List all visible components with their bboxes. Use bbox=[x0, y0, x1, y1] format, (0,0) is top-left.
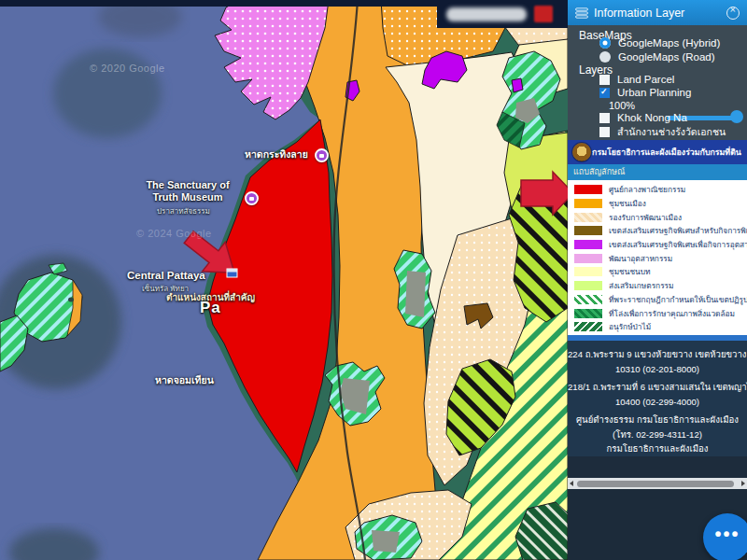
basemap-option-hybrid[interactable]: GoogleMaps (Hybrid) bbox=[599, 37, 720, 49]
legend-swatch-forest bbox=[574, 322, 602, 331]
legend-swatch-rural bbox=[574, 267, 602, 276]
legend-label: ชุมชนเมือง bbox=[609, 197, 646, 210]
legend-swatch-industrial-sez bbox=[574, 240, 602, 249]
private-survey-label: สำนักงานช่างรังวัดเอกชน bbox=[617, 124, 726, 140]
museum-poi-icon[interactable] bbox=[245, 191, 259, 205]
contact-address-2: 218/1 ถ.พระรามที่ 6 แขวงสามเสนใน เขตพญาไ… bbox=[568, 380, 747, 395]
central-pattaya-marker-top bbox=[227, 269, 237, 273]
checkbox-land-parcel[interactable] bbox=[599, 75, 610, 85]
legend-item: รองรับการพัฒนาเมือง bbox=[568, 210, 747, 224]
legend-panel: ศูนย์กลางพาณิชยกรรม ชุมชนเมือง รองรับการ… bbox=[568, 180, 747, 335]
opacity-slider-knob[interactable] bbox=[730, 110, 743, 123]
department-logo-icon bbox=[572, 143, 591, 161]
legend-item: ชุมชนชนบท bbox=[568, 265, 747, 279]
legend-swatch-special-activity bbox=[574, 226, 602, 235]
horizontal-scrollbar[interactable] bbox=[568, 478, 747, 489]
panel-header: Information Layer bbox=[568, 0, 747, 25]
department-banner: กรมโยธาธิการและผังเมืองร่วมกับกรมที่ดิน bbox=[568, 140, 747, 164]
legend-label: ส่งเสริมเกษตรกรรม bbox=[609, 279, 674, 292]
legend-item: ชุมชนเมือง bbox=[568, 197, 747, 211]
legend-swatch-industry-dev bbox=[574, 254, 602, 263]
basemap-option-road[interactable]: GoogleMaps (Road) bbox=[599, 51, 715, 63]
legend-item: ที่พระราชกฤษฎีกากำหนดให้เป็นเขตปฏิรูปที่… bbox=[568, 293, 747, 307]
map-canvas[interactable]: © 2020 Google © 2024 Google หาดกระทิงลาย… bbox=[0, 0, 568, 560]
legend-label: ที่พระราชกฤษฎีกากำหนดให้เป็นเขตปฏิรูปที่… bbox=[609, 293, 747, 306]
scrollbar-thumb[interactable] bbox=[577, 481, 734, 487]
legend-item: อนุรักษ์ป่าไม้ bbox=[568, 320, 747, 334]
legend-swatch-commercial bbox=[574, 185, 602, 194]
search-button[interactable] bbox=[534, 6, 553, 22]
checkbox-private-survey[interactable] bbox=[599, 127, 610, 137]
legend-label: พัฒนาอุตสาหกรรม bbox=[609, 252, 672, 265]
legend-item: เขตส่งเสริมเศรษฐกิจพิเศษสำหรับกิจการพิเศ… bbox=[568, 224, 747, 238]
legend-item: ส่งเสริมเกษตรกรรม bbox=[568, 279, 747, 293]
legend-label: เขตส่งเสริมเศรษฐกิจพิเศษสำหรับกิจการพิเศ… bbox=[609, 224, 747, 237]
legend-swatch-development bbox=[574, 213, 602, 222]
legend-label: ศูนย์กลางพาณิชยกรรม bbox=[609, 183, 685, 196]
legend-label: อนุรักษ์ป่าไม้ bbox=[609, 320, 651, 333]
layer-khok-nong-na[interactable]: Khok Nong Na bbox=[599, 112, 687, 123]
layer-urban-planning[interactable]: Urban Planning bbox=[599, 87, 691, 98]
urban-planning-label: Urban Planning bbox=[617, 87, 691, 98]
checkbox-khok-nong-na[interactable] bbox=[599, 113, 610, 123]
search-bar bbox=[437, 0, 568, 28]
legend-swatch-agriculture bbox=[574, 281, 602, 290]
contact-phone-1: 10310 (02-201-8000) bbox=[568, 362, 747, 377]
legend-item: พัฒนาอุตสาหกรรม bbox=[568, 251, 747, 265]
scroll-left-arrow[interactable] bbox=[570, 481, 573, 486]
panel-controls: BaseMaps GoogleMaps (Hybrid) GoogleMaps … bbox=[568, 25, 747, 140]
legend-label: เขตส่งเสริมเศรษฐกิจพิเศษเพื่อกิจการอุตสา… bbox=[609, 238, 747, 251]
legend-swatch-open-space bbox=[574, 309, 602, 318]
legend-item: เขตส่งเสริมเศรษฐกิจพิเศษเพื่อกิจการอุตสา… bbox=[568, 238, 747, 252]
khok-nong-na-label: Khok Nong Na bbox=[617, 112, 687, 123]
information-layer-panel: Information Layer BaseMaps GoogleMaps (H… bbox=[568, 0, 747, 560]
legend-swatch-urban bbox=[574, 199, 602, 208]
legend-label: ชุมชนชนบท bbox=[609, 265, 650, 278]
legend-swatch-land-reform bbox=[574, 295, 602, 304]
search-input[interactable] bbox=[446, 7, 527, 21]
opacity-value: 100% bbox=[609, 100, 635, 111]
legend-label: รองรับการพัฒนาเมือง bbox=[609, 211, 682, 224]
radio-road[interactable] bbox=[599, 51, 611, 63]
contact-center-phone: (โทร. 02-299-4311-12) bbox=[568, 427, 747, 442]
basemap-road-label: GoogleMaps (Road) bbox=[618, 51, 715, 63]
land-parcel-label: Land Parcel bbox=[617, 74, 674, 85]
beach-poi-icon[interactable] bbox=[315, 148, 329, 162]
zoning-overlay bbox=[0, 0, 568, 560]
more-options-fab[interactable]: ••• bbox=[703, 513, 747, 560]
contact-department: กรมโยธาธิการและผังเมือง bbox=[568, 441, 747, 456]
scroll-right-arrow[interactable] bbox=[741, 481, 745, 486]
radio-hybrid[interactable] bbox=[599, 37, 611, 49]
contact-address-1: 224 ถ.พระราม 9 แขวงห้วยขวาง เขตห้วยขวาง … bbox=[568, 347, 747, 362]
legend-item: ศูนย์กลางพาณิชยกรรม bbox=[568, 183, 747, 197]
contact-center: ศูนย์ดำรงธรรม กรมโยธาธิการและผังเมือง bbox=[568, 413, 747, 427]
legend-label: ที่โล่งเพื่อการรักษาคุณภาพสิ่งแวดล้อม bbox=[609, 307, 735, 320]
legend-title: แถบสัญลักษณ์ bbox=[568, 164, 747, 180]
department-banner-text: กรมโยธาธิการและผังเมืองร่วมกับกรมที่ดิน bbox=[591, 146, 742, 159]
close-icon[interactable] bbox=[726, 7, 740, 20]
layers-icon bbox=[575, 7, 588, 19]
legend-item: ที่โล่งเพื่อการรักษาคุณภาพสิ่งแวดล้อม bbox=[568, 306, 747, 320]
contact-phone-2: 10400 (02-299-4000) bbox=[568, 395, 747, 410]
app-window: © 2020 Google © 2024 Google หาดกระทิงลาย… bbox=[0, 0, 747, 560]
layer-land-parcel[interactable]: Land Parcel bbox=[599, 74, 674, 85]
contact-section: 224 ถ.พระราม 9 แขวงห้วยขวาง เขตห้วยขวาง … bbox=[568, 341, 747, 456]
basemap-hybrid-label: GoogleMaps (Hybrid) bbox=[618, 37, 720, 49]
panel-title: Information Layer bbox=[594, 7, 726, 20]
layer-private-survey[interactable]: สำนักงานช่างรังวัดเอกชน bbox=[599, 124, 726, 140]
checkbox-urban-planning[interactable] bbox=[599, 88, 610, 98]
